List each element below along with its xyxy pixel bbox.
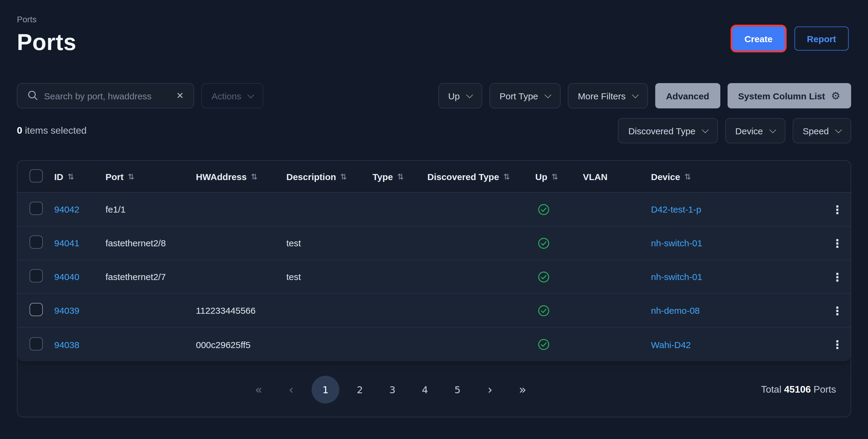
more-filters-label: More Filters [578,91,625,101]
total-count-value: 45106 [784,384,811,395]
row-checkbox[interactable] [30,202,43,215]
port-type-filter-dropdown[interactable]: Port Type [489,83,560,108]
sort-icon[interactable]: ⇅ [251,172,257,181]
select-all-checkbox[interactable] [30,169,43,182]
system-column-list-label: System Column List [738,91,825,101]
chevron-down-icon [835,127,842,133]
port-id-link[interactable]: 94039 [54,305,79,315]
row-checkbox[interactable] [30,235,43,249]
discovered-type-filter-dropdown[interactable]: Discovered Type [618,118,718,143]
gear-icon: ⚙ [831,90,841,102]
search-input[interactable] [44,91,170,101]
page-2-button[interactable]: 2 [348,378,372,402]
device-filter-label: Device [735,126,763,136]
column-header-discovered-type[interactable]: Discovered Type⇅ [427,171,535,181]
next-page-button[interactable]: › [478,378,502,402]
up-check-icon [538,271,550,283]
ports-page: Ports Ports Create Report ✕ Actions [0,0,868,439]
create-button[interactable]: Create [733,27,784,50]
page-5-button[interactable]: 5 [445,378,470,402]
speed-filter-dropdown[interactable]: Speed [792,118,851,143]
report-button[interactable]: Report [794,27,849,50]
column-header-type[interactable]: Type⇅ [373,171,427,181]
port-id-link[interactable]: 94041 [54,238,79,248]
up-status-cell [535,304,583,316]
table-row: 94040 fastethernet2/7 test nh-switch-01 … [18,260,850,294]
row-checkbox[interactable] [30,337,43,350]
up-check-icon [538,237,550,249]
up-status-cell [535,271,583,283]
up-filter-dropdown[interactable]: Up [438,83,482,108]
page-1-button[interactable]: 1 [312,376,339,403]
pagination-bar: « ‹ 1 2 3 4 5 › » Total 45106 Ports [18,361,850,417]
row-actions-menu-icon[interactable]: ⋮ [832,203,843,216]
device-link[interactable]: nh-switch-01 [651,272,702,282]
row-actions-menu-icon[interactable]: ⋮ [832,270,843,283]
device-link[interactable]: nh-demo-08 [651,305,700,315]
port-cell: fastethernet2/7 [105,272,196,282]
clear-search-icon[interactable]: ✕ [176,90,184,101]
advanced-button[interactable]: Advanced [655,83,720,108]
description-cell: test [286,238,373,248]
search-box[interactable]: ✕ [17,83,194,108]
system-column-list-button[interactable]: System Column List ⚙ [727,83,851,108]
advanced-button-label: Advanced [666,91,709,101]
column-header-hwaddress[interactable]: HWAddress⇅ [196,171,286,181]
row-actions-menu-icon[interactable]: ⋮ [832,338,843,351]
row-actions-menu-icon[interactable]: ⋮ [832,304,843,317]
sort-icon[interactable]: ⇅ [340,172,347,181]
filter-row-primary: ✕ Actions Up Port Type More Filters Adva… [17,83,851,108]
device-link[interactable]: Wahi-D42 [651,339,691,349]
table-row: 94042 fe1/1 D42-test-1-p ⋮ [18,193,850,227]
description-cell: test [286,272,373,282]
sort-icon[interactable]: ⇅ [397,172,404,181]
device-link[interactable]: D42-test-1-p [651,204,701,214]
last-page-button[interactable]: » [510,378,535,402]
chevron-down-icon [769,127,776,133]
column-header-up[interactable]: Up⇅ [535,171,583,181]
up-filter-label: Up [448,91,460,101]
actions-dropdown-label: Actions [212,91,241,101]
port-id-link[interactable]: 94040 [54,272,79,282]
column-header-device[interactable]: Device⇅ [651,171,824,181]
port-cell: fe1/1 [105,204,196,214]
row-checkbox[interactable] [30,303,43,316]
first-page-button[interactable]: « [247,378,271,402]
search-icon [27,90,38,102]
port-cell: fastethernet2/8 [105,238,196,248]
device-filter-dropdown[interactable]: Device [725,118,785,143]
device-link[interactable]: nh-switch-01 [651,238,702,248]
sort-icon[interactable]: ⇅ [684,172,691,181]
up-check-icon [538,304,550,316]
up-status-cell [535,203,583,215]
port-id-link[interactable]: 94042 [54,204,79,214]
page-3-button[interactable]: 3 [380,378,404,402]
column-header-id[interactable]: ID⇅ [54,171,105,181]
port-id-link[interactable]: 94038 [54,339,79,349]
table-row: 94041 fastethernet2/8 test nh-switch-01 … [18,227,850,260]
topbar: Ports Ports Create Report [17,0,851,56]
table-body: 94042 fe1/1 D42-test-1-p ⋮ 94041 fasteth… [18,192,850,361]
sort-icon[interactable]: ⇅ [67,172,74,181]
sort-icon[interactable]: ⇅ [552,172,558,181]
row-checkbox[interactable] [30,269,43,282]
chevron-down-icon [544,92,551,98]
chevron-down-icon [702,127,709,133]
prev-page-button[interactable]: ‹ [279,378,303,402]
top-actions: Create Report [733,27,849,50]
column-header-vlan: VLAN [583,171,651,181]
title-block: Ports Ports [17,14,76,56]
more-filters-dropdown[interactable]: More Filters [567,83,648,108]
row-actions-menu-icon[interactable]: ⋮ [832,236,843,249]
column-header-port[interactable]: Port⇅ [105,171,196,181]
column-header-description[interactable]: Description⇅ [286,171,373,181]
up-status-cell [535,338,583,350]
actions-dropdown[interactable]: Actions [201,83,264,108]
filter-right-group: Up Port Type More Filters Advanced Syste… [438,83,851,108]
sort-icon[interactable]: ⇅ [503,172,510,181]
secondary-filter-group: Discovered Type Device Speed [618,118,851,143]
page-4-button[interactable]: 4 [413,378,437,402]
filter-left-group: ✕ Actions [17,83,264,108]
chevron-down-icon [466,92,473,98]
sort-icon[interactable]: ⇅ [128,172,134,181]
